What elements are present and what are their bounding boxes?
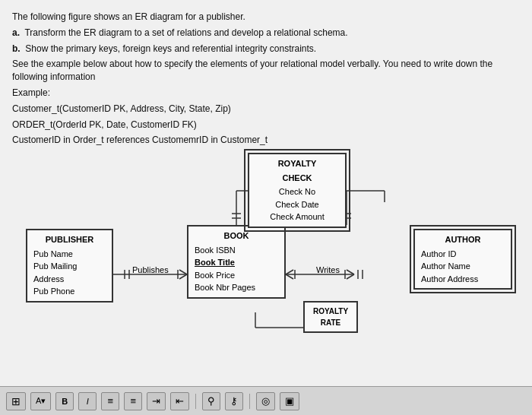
item-a-text: Transform the ER diagram to a set of rel… <box>24 27 347 38</box>
example-2: ORDER_t(OrderId PK, Date, CustomerID FK) <box>12 119 520 131</box>
book-field-3: Book Price <box>195 269 278 282</box>
royalty-rate-entity: ROYALTY RATE <box>303 301 358 333</box>
indent-button[interactable]: ⇥ <box>147 392 166 410</box>
author-field-3: Author Address <box>421 273 505 286</box>
item-b-text: Show the primary keys, foreign keys and … <box>25 43 316 54</box>
book-field-4: Book Nbr Pages <box>195 281 278 294</box>
list-1-button[interactable]: ≡ <box>101 392 119 410</box>
book-field-2: Book Title <box>195 256 278 269</box>
book-field-1: Book ISBN <box>195 244 278 257</box>
svg-line-11 <box>347 274 354 279</box>
main-content: The following figure shows an ER diagram… <box>0 0 532 386</box>
font-button[interactable]: A▾ <box>30 392 51 410</box>
bold-button[interactable]: B <box>55 392 74 410</box>
toolbar-sep-1 <box>195 394 196 409</box>
royalty-check-title: ROYALTY <box>255 157 339 170</box>
book-entity: BOOK Book ISBN Book Title Book Price Boo… <box>187 225 286 299</box>
svg-line-8 <box>286 274 293 279</box>
table-icon-button[interactable]: ⊞ <box>6 392 26 410</box>
writes-label: Writes <box>316 265 340 274</box>
link-button[interactable]: ⚲ <box>202 392 220 410</box>
toolbar: ⊞ A▾ B I ≡ ≡ ⇥ ⇤ ⚲ ⚷ ◎ ▣ <box>0 386 532 415</box>
see-example: See the example below about how to speci… <box>12 58 520 84</box>
royalty-rate-title: ROYALTY <box>311 306 350 317</box>
author-title: AUTHOR <box>421 233 505 246</box>
svg-line-3 <box>179 270 187 274</box>
svg-line-7 <box>286 270 293 274</box>
italic-button[interactable]: I <box>78 392 97 410</box>
publisher-title: PUBLISHER <box>33 233 106 246</box>
svg-line-10 <box>347 270 354 274</box>
item-a: a. Transform the ER diagram to a set of … <box>12 27 520 40</box>
svg-line-4 <box>179 274 187 279</box>
publisher-field-2: Pub Mailing <box>33 260 106 273</box>
toolbar-sep-2 <box>249 394 250 409</box>
list-2-button[interactable]: ≡ <box>124 392 142 410</box>
outdent-button[interactable]: ⇤ <box>170 392 189 410</box>
royalty-check-field-3: Check Amount <box>255 211 339 223</box>
author-field-2: Author Name <box>421 260 505 273</box>
author-entity: AUTHOR Author ID Author Name Author Addr… <box>413 229 512 290</box>
image-button[interactable]: ▣ <box>280 392 299 410</box>
item-b: b. Show the primary keys, foreign keys a… <box>12 43 520 55</box>
royalty-check-field-1: Check No <box>255 185 339 198</box>
publisher-field-4: Pub Phone <box>33 285 106 298</box>
er-diagram: PUBLISHER Pub Name Pub Mailing Address P… <box>12 153 520 350</box>
publisher-field-1: Pub Name <box>33 248 106 261</box>
example-label: Example: <box>12 87 520 100</box>
item-a-label: a. <box>12 27 20 38</box>
publisher-field-3: Address <box>33 273 106 286</box>
book-title: BOOK <box>195 230 278 242</box>
publisher-entity: PUBLISHER Pub Name Pub Mailing Address P… <box>26 229 113 303</box>
royalty-rate-title2: RATE <box>311 317 350 328</box>
intro-text: The following figure shows an ER diagram… <box>12 11 520 24</box>
example-1: Customer_t(CustomerID PK, Address, City,… <box>12 103 520 116</box>
media-button[interactable]: ◎ <box>256 392 275 410</box>
royalty-check-entity: ROYALTY CHECK Check No Check Date Check … <box>248 153 347 228</box>
example-3: CustomerID in Order_t references Custome… <box>12 134 520 147</box>
royalty-check-field-2: Check Date <box>255 198 339 211</box>
unlink-button[interactable]: ⚷ <box>225 392 243 410</box>
item-b-label: b. <box>12 43 21 54</box>
royalty-check-title2: CHECK <box>255 172 339 185</box>
publishes-label: Publishes <box>132 265 169 274</box>
author-field-1: Author ID <box>421 248 505 261</box>
